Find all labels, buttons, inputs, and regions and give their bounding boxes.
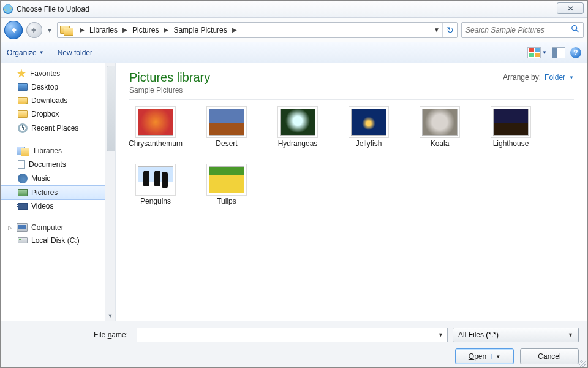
preview-pane-button[interactable] (552, 47, 565, 58)
file-label: Hydrangeas (278, 139, 318, 149)
thumbnail-icon (351, 109, 386, 136)
file-label: Lighthouse (493, 139, 529, 149)
libraries-header[interactable]: Libraries (1, 144, 115, 158)
filename-input[interactable]: ▼ (137, 328, 448, 342)
file-item-chrysanthemum[interactable]: Chrysanthemum (129, 109, 182, 149)
breadcrumb-sample-pictures[interactable]: Sample Pictures (172, 23, 228, 37)
search-icon[interactable] (571, 25, 579, 35)
libraries-icon (17, 146, 30, 156)
bottom-panel: File name: ▼ All Files (*.*)▼ Open▼ Canc… (1, 321, 587, 368)
new-folder-label: New folder (58, 48, 92, 57)
scroll-down-icon[interactable]: ▼ (105, 311, 115, 321)
chevron-down-icon: ▼ (542, 50, 547, 55)
arrange-by[interactable]: Arrange by: Folder ▼ (503, 71, 574, 82)
chevron-down-icon: ▼ (569, 75, 574, 80)
search-box[interactable] (461, 22, 584, 38)
breadcrumb-sep-icon: ▶ (76, 26, 88, 33)
nav-item-music[interactable]: Music (1, 171, 115, 186)
nav-scrollbar[interactable]: ▲ ▼ (105, 63, 115, 321)
nav-item-videos[interactable]: Videos (1, 199, 115, 213)
search-input[interactable] (466, 26, 571, 34)
desktop-icon (18, 83, 28, 91)
breadcrumb-libraries[interactable]: Libraries (88, 23, 119, 37)
view-button[interactable]: ▼ (527, 47, 547, 58)
music-icon (18, 174, 28, 183)
recent-icon (18, 123, 28, 133)
nav-item-desktop[interactable]: Desktop (1, 80, 115, 94)
libraries-label: Libraries (34, 147, 62, 155)
thumbnail-icon (493, 109, 529, 136)
resize-grip[interactable] (579, 360, 586, 367)
nav-item-dropbox[interactable]: Dropbox (1, 107, 115, 121)
breadcrumb-sep-icon: ▶ (160, 26, 172, 33)
navigation-bar: ▾ ▶ Libraries ▶ Pictures ▶ Sample Pictur… (1, 18, 587, 42)
cancel-button[interactable]: Cancel (520, 348, 579, 364)
thumbnail-grid: Chrysanthemum Desert Hydrangeas Jellyfis… (129, 109, 574, 206)
nav-item-label: Dropbox (31, 110, 59, 118)
file-item-hydrangeas[interactable]: Hydrangeas (271, 109, 324, 149)
favorites-group: Favorites Desktop Downloads Dropbox Rece… (1, 67, 115, 136)
nav-item-documents[interactable]: Documents (1, 158, 115, 171)
nav-item-label: Recent Places (31, 124, 78, 132)
filter-label: All Files (*.*) (458, 331, 499, 339)
videos-icon (18, 203, 28, 210)
drive-icon (18, 237, 28, 243)
thumbnail-icon (422, 109, 458, 136)
file-item-jellyfish[interactable]: Jellyfish (342, 109, 395, 149)
file-type-filter[interactable]: All Files (*.*)▼ (453, 328, 579, 342)
file-item-tulips[interactable]: Tulips (200, 166, 253, 207)
organize-label: Organize (7, 48, 37, 57)
file-item-desert[interactable]: Desert (200, 109, 253, 149)
arrange-label: Arrange by: (503, 73, 541, 82)
nav-item-label: Music (31, 174, 50, 183)
file-item-penguins[interactable]: Penguins (129, 166, 182, 207)
chevron-down-icon: ▼ (491, 354, 500, 359)
nav-item-pictures[interactable]: Pictures (1, 185, 115, 200)
breadcrumb-bar[interactable]: ▶ Libraries ▶ Pictures ▶ Sample Pictures… (57, 22, 458, 38)
svg-line-1 (576, 30, 579, 33)
nav-item-recent-places[interactable]: Recent Places (1, 121, 115, 136)
nav-item-downloads[interactable]: Downloads (1, 94, 115, 107)
history-dropdown[interactable]: ▾ (46, 21, 53, 39)
organize-button[interactable]: Organize ▼ (7, 48, 44, 57)
content-pane: Pictures library Sample Pictures Arrange… (116, 63, 587, 321)
new-folder-button[interactable]: New folder (58, 48, 92, 57)
back-button[interactable] (4, 21, 23, 39)
close-button[interactable]: ✕ (557, 2, 584, 14)
open-button[interactable]: Open▼ (455, 348, 514, 364)
expand-icon: ▷ (7, 224, 13, 231)
thumbnail-icon (209, 166, 244, 193)
favorites-label: Favorites (30, 69, 60, 78)
forward-button[interactable] (26, 22, 42, 38)
refresh-button[interactable]: ↻ (442, 23, 457, 37)
scroll-thumb[interactable] (107, 66, 116, 151)
title-bar: Choose File to Upload ✕ (1, 1, 587, 18)
nav-item-local-disk[interactable]: Local Disk (C:) (1, 234, 115, 247)
breadcrumb-sep-icon: ▶ (119, 26, 131, 33)
computer-label: Computer (31, 223, 64, 232)
thumbnail-icon (138, 166, 173, 193)
folder-icon (18, 110, 28, 118)
documents-icon (18, 160, 25, 169)
breadcrumb-pictures[interactable]: Pictures (131, 23, 160, 37)
thumbnail-icon (280, 109, 315, 136)
file-label: Tulips (217, 197, 236, 207)
pictures-icon (18, 189, 28, 196)
computer-group: ▷Computer Local Disk (C:) (1, 221, 115, 247)
help-button[interactable]: ? (570, 47, 581, 58)
file-item-koala[interactable]: Koala (413, 109, 466, 149)
favorites-header[interactable]: Favorites (1, 67, 115, 80)
computer-icon (17, 223, 28, 232)
nav-item-label: Downloads (31, 96, 67, 105)
chevron-down-icon[interactable]: ▼ (438, 332, 443, 338)
file-item-lighthouse[interactable]: Lighthouse (484, 109, 537, 149)
nav-item-label: Local Disk (C:) (31, 236, 80, 245)
chevron-down-icon: ▼ (568, 332, 573, 338)
computer-header[interactable]: ▷Computer (1, 221, 115, 234)
file-label: Penguins (140, 197, 171, 207)
breadcrumb-dropdown[interactable]: ▼ (431, 26, 442, 33)
file-label: Jellyfish (356, 139, 382, 149)
thumbnail-icon (209, 109, 244, 136)
library-title: Pictures library (129, 71, 210, 85)
nav-item-label: Pictures (31, 188, 58, 197)
